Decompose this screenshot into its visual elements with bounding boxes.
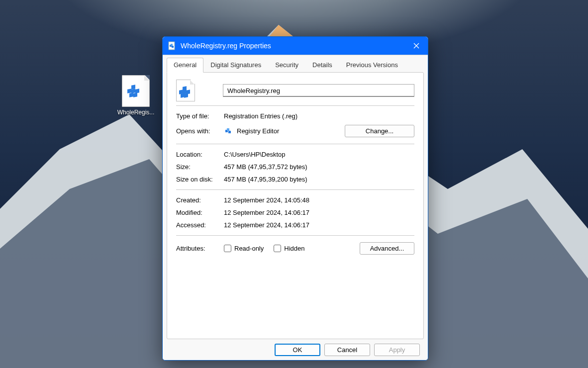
- value-size: 457 MB (47,95,37,572 bytes): [224, 163, 414, 171]
- reg-file-icon: [122, 75, 150, 107]
- desktop-file-label: WholeRegis...: [113, 109, 158, 116]
- cancel-button[interactable]: Cancel: [324, 344, 370, 356]
- tab-digital-signatures[interactable]: Digital Signatures: [203, 58, 268, 73]
- client-area: General Digital Signatures Security Deta…: [163, 55, 428, 360]
- value-created: 12 September 2024, 14:05:48: [224, 196, 414, 204]
- tab-previous-versions[interactable]: Previous Versions: [339, 58, 405, 73]
- titlebar-file-icon: [168, 41, 177, 50]
- hidden-label: Hidden: [284, 245, 304, 252]
- apply-button[interactable]: Apply: [374, 344, 420, 356]
- separator: [176, 189, 414, 190]
- general-panel: Type of file: Registration Entries (.reg…: [167, 72, 424, 339]
- separator: [176, 144, 414, 144]
- desktop-file-icon[interactable]: WholeRegis...: [113, 75, 158, 116]
- label-attributes: Attributes:: [176, 245, 224, 252]
- value-modified: 12 September 2024, 14:06:17: [224, 209, 414, 216]
- separator: [176, 235, 414, 236]
- ok-button[interactable]: OK: [275, 344, 320, 356]
- readonly-checkbox[interactable]: [224, 245, 231, 252]
- value-type-of-file: Registration Entries (.reg): [224, 112, 414, 120]
- tab-general[interactable]: General: [167, 58, 203, 73]
- window-title: WholeRegistry.reg Properties: [181, 42, 405, 50]
- svg-rect-5: [172, 46, 174, 48]
- properties-window: WholeRegistry.reg Properties General Dig…: [162, 36, 428, 361]
- svg-rect-8: [228, 131, 231, 133]
- separator: [176, 105, 414, 106]
- label-modified: Modified:: [176, 209, 224, 216]
- label-size-on-disk: Size on disk:: [176, 176, 224, 183]
- close-button[interactable]: [405, 37, 428, 55]
- label-location: Location:: [176, 151, 224, 158]
- file-type-icon: [176, 80, 195, 101]
- hidden-checkbox-wrap[interactable]: Hidden: [274, 245, 304, 252]
- label-accessed: Accessed:: [176, 221, 224, 229]
- value-opens-with: Registry Editor: [237, 127, 345, 135]
- tab-security[interactable]: Security: [268, 58, 305, 73]
- tab-strip: General Digital Signatures Security Deta…: [167, 55, 424, 72]
- titlebar[interactable]: WholeRegistry.reg Properties: [163, 37, 428, 55]
- value-location: C:\Users\HP\Desktop: [224, 151, 414, 158]
- svg-rect-6: [171, 44, 173, 46]
- svg-rect-9: [227, 128, 229, 131]
- readonly-label: Read-only: [234, 245, 264, 252]
- filename-input[interactable]: [223, 84, 414, 97]
- label-type-of-file: Type of file:: [176, 112, 224, 120]
- regedit-icon: [224, 127, 233, 136]
- close-icon: [413, 43, 419, 49]
- change-button[interactable]: Change...: [345, 125, 414, 137]
- label-opens-with: Opens with:: [176, 127, 224, 135]
- value-accessed: 12 September 2024, 14:06:17: [224, 221, 414, 229]
- label-size: Size:: [176, 163, 224, 171]
- hidden-checkbox[interactable]: [274, 245, 281, 252]
- readonly-checkbox-wrap[interactable]: Read-only: [224, 245, 264, 252]
- value-size-on-disk: 457 MB (47,95,39,200 bytes): [224, 176, 414, 183]
- tab-details[interactable]: Details: [305, 58, 339, 73]
- dialog-footer: OK Cancel Apply: [167, 339, 424, 356]
- label-created: Created:: [176, 196, 224, 204]
- advanced-button[interactable]: Advanced...: [360, 242, 414, 255]
- desktop: WholeRegis... WholeRegistry.reg Properti…: [0, 0, 588, 368]
